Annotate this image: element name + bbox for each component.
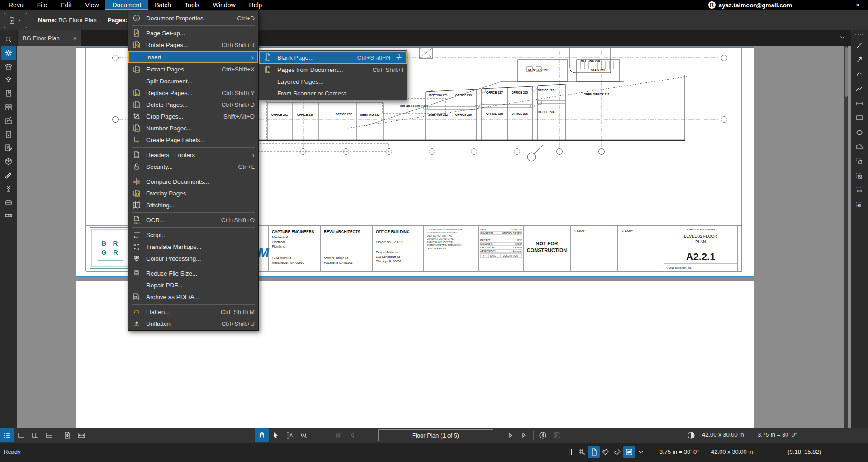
menu-item-layered-pages[interactable]: Layered Pages... [259, 76, 407, 87]
menu-item-repair-pdf[interactable]: Repair PDF... [128, 279, 258, 291]
snap-hatch-icon[interactable] [612, 446, 623, 458]
menu-item-unflatten[interactable]: UnflattenCtrl+Shift+U [128, 318, 258, 329]
thumbnails-icon[interactable] [1, 60, 16, 73]
menu-item-script[interactable]: Script... [128, 229, 258, 241]
prev-page-icon[interactable] [345, 428, 359, 442]
menubar-item-revu[interactable]: Revu [2, 0, 30, 10]
menubar-item-window[interactable]: Window [206, 0, 242, 10]
measure-count-icon[interactable] [852, 198, 867, 212]
layers-icon[interactable] [1, 73, 16, 87]
menubar-item-batch[interactable]: Batch [148, 0, 178, 10]
snap-content-icon[interactable] [588, 446, 600, 458]
bookmarks-icon[interactable] [1, 87, 16, 100]
search-icon[interactable] [1, 33, 16, 46]
menubar-item-help[interactable]: Help [242, 0, 269, 10]
menu-item-colour-processing[interactable]: Colour Processing... [128, 252, 258, 264]
spaces-icon[interactable] [1, 100, 16, 114]
markups-plan-icon[interactable] [1, 114, 16, 128]
scrollbar-thumb[interactable] [845, 47, 848, 97]
markups-list-toggle-icon[interactable] [0, 428, 14, 442]
last-page-icon[interactable] [517, 428, 531, 442]
close-button[interactable]: × [847, 0, 868, 10]
menu-item-number-pages[interactable]: #Number Pages... [128, 122, 258, 134]
menu-item-flatten[interactable]: Flatten...Ctrl+Shift+M [128, 306, 258, 318]
tool-chest-icon[interactable] [1, 195, 16, 209]
prev-view-icon[interactable] [536, 428, 550, 442]
properties-gear-icon[interactable] [1, 46, 16, 60]
menu-item-translate-markups[interactable]: axTranslate Markups... [128, 241, 258, 252]
document-menu-dropdown[interactable] [4, 13, 27, 28]
menu-item-pages-from-document[interactable]: Pages from Document...Ctrl+Shift+I [259, 64, 407, 76]
menubar-item-tools[interactable]: Tools [178, 0, 206, 10]
menu-item-compare-documents[interactable]: ABCompare Documents... [128, 176, 258, 187]
menubar-item-file[interactable]: File [30, 0, 54, 10]
arrow-tool-icon[interactable] [852, 53, 867, 67]
menu-item-blank-page[interactable]: Blank Page...Ctrl+Shift+N [259, 51, 407, 64]
sync-views-icon[interactable] [623, 446, 635, 458]
tab-list-chevron-icon[interactable] [839, 34, 845, 41]
user-account-email[interactable]: ayaz.taimoor@gmail.com [719, 2, 792, 9]
menu-item-page-set-up[interactable]: Page Set-up... [128, 27, 258, 39]
split-horizontal-icon[interactable] [42, 428, 56, 442]
menu-item-replace-pages[interactable]: Replace Pages...Ctrl+Shift+Y [128, 87, 258, 99]
menubar-item-document[interactable]: Document [105, 0, 148, 10]
menu-item-headers-footers[interactable]: Headers _Footers› [128, 149, 258, 161]
menu-item-reduce-file-size[interactable]: Reduce File Size... [128, 267, 258, 279]
line-tool-icon[interactable] [852, 38, 867, 53]
menu-item-create-page-labels[interactable]: ✳Create Page Labels... [128, 134, 258, 146]
menubar-item-view[interactable]: View [78, 0, 105, 10]
markups-list-icon[interactable] [1, 141, 16, 155]
first-page-icon[interactable] [331, 428, 345, 442]
split-vertical-icon[interactable] [28, 428, 42, 442]
menu-item-overlay-pages[interactable]: Overlay Pages... [128, 187, 258, 199]
menubar-item-edit[interactable]: Edit [54, 0, 78, 10]
measure-area-icon[interactable] [852, 169, 867, 183]
select-tool-icon[interactable] [269, 428, 283, 442]
polygon-tool-icon[interactable] [852, 140, 867, 154]
measure-perimeter-icon[interactable] [852, 154, 867, 169]
menu-item-ocr[interactable]: OCROCR...Ctrl+Shift+O [128, 214, 258, 226]
ruler-icon[interactable] [1, 209, 16, 223]
measure-length-icon[interactable] [852, 183, 867, 198]
menu-item-delete-pages[interactable]: Delete Pages...Ctrl+Shift+D [128, 99, 258, 110]
menu-item-insert[interactable]: Insert› [128, 51, 258, 63]
dimension-tool-icon[interactable] [852, 96, 867, 111]
punch-location-icon[interactable] [1, 182, 16, 195]
menu-item-split-document[interactable]: Split Document... [128, 75, 258, 87]
tab-bg-floor-plan[interactable]: BG Floor Plan × [18, 30, 81, 46]
text-select-icon[interactable]: A [283, 428, 297, 442]
next-view-icon[interactable] [550, 428, 564, 442]
fit-page-icon[interactable] [60, 428, 74, 442]
polyline-tool-icon[interactable] [852, 82, 867, 96]
contrast-icon[interactable] [684, 428, 698, 442]
zoom-tool-icon[interactable] [297, 428, 311, 442]
page-navigation-field[interactable]: Floor Plan (1 of 5) [378, 429, 493, 441]
single-pane-icon[interactable] [14, 428, 28, 442]
pan-tool-icon[interactable] [255, 428, 269, 442]
tab-close-icon[interactable]: × [73, 35, 77, 42]
minimize-button[interactable] [806, 0, 826, 10]
ellipse-tool-icon[interactable] [852, 125, 867, 140]
vertical-scrollbar[interactable] [844, 46, 848, 428]
menu-item-archive-as-pdf-a[interactable]: AArchive as PDF/A... [128, 291, 258, 303]
snap-markup-icon[interactable] [600, 446, 612, 458]
arc-tool-icon[interactable] [852, 67, 867, 82]
panel-drag-handle[interactable] [854, 30, 864, 38]
model-3d-icon[interactable] [1, 155, 16, 168]
status-scale[interactable]: 3.75 in = 30'-0" [659, 448, 699, 455]
snap-grid-icon[interactable]: 5 [576, 446, 588, 458]
measurements-icon[interactable] [1, 168, 16, 182]
rectangle-tool-icon[interactable] [852, 111, 867, 125]
grid-icon[interactable] [564, 446, 576, 458]
menu-item-extract-pages[interactable]: Extract Pages...Ctrl+Shift+X [128, 63, 258, 75]
menu-item-from-scanner-or-camera[interactable]: From Scanner or Camera... [259, 87, 407, 99]
chevron-down-icon[interactable] [635, 446, 647, 458]
menu-item-stitching[interactable]: Stitching... [128, 199, 258, 211]
menu-item-document-properties[interactable]: iDocument PropertiesCtrl+D [128, 12, 258, 24]
fit-width-icon[interactable] [74, 428, 88, 442]
pin-icon[interactable] [395, 53, 403, 62]
menu-item-security[interactable]: Security...Ctrl+L [128, 161, 258, 172]
file-access-icon[interactable] [1, 128, 16, 141]
menu-item-rotate-pages[interactable]: Rotate Pages...Ctrl+Shift+R [128, 39, 258, 51]
restore-button[interactable] [826, 0, 847, 10]
